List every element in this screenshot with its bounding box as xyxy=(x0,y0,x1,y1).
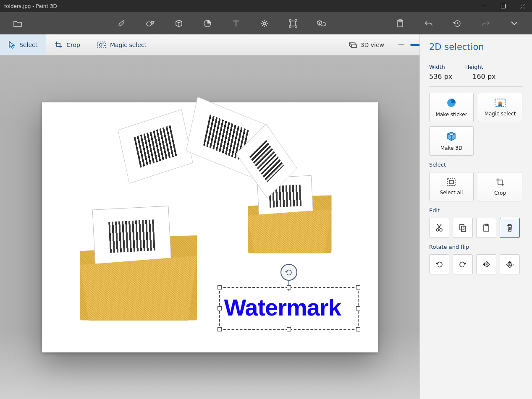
flip-horizontal-button[interactable] xyxy=(476,254,496,274)
rotate-handle[interactable] xyxy=(280,264,297,281)
svg-rect-10 xyxy=(98,42,105,48)
select-all-label: Select all xyxy=(440,190,463,196)
make-3d-label: Make 3D xyxy=(440,145,462,151)
svg-point-24 xyxy=(436,229,439,231)
expand-menu-icon[interactable] xyxy=(500,12,529,34)
crop-tool-label: Crop xyxy=(66,42,80,48)
rotate-ccw-button[interactable] xyxy=(429,254,449,274)
minimize-button[interactable] xyxy=(474,0,493,12)
maximize-button[interactable] xyxy=(493,0,513,12)
svg-point-20 xyxy=(498,102,502,105)
svg-point-11 xyxy=(100,44,102,46)
stickers-icon[interactable] xyxy=(193,12,222,34)
magic-select-button[interactable]: Magic select xyxy=(478,93,522,122)
view-3d-toggle[interactable]: 3D view xyxy=(342,34,391,55)
crop-icon xyxy=(496,178,504,188)
select-all-button[interactable]: Select all xyxy=(429,172,474,201)
zoom-out-button[interactable] xyxy=(394,38,409,52)
magic-select-label: Magic select xyxy=(485,111,516,117)
height-label: Height xyxy=(465,64,483,70)
canvas[interactable]: Watermark xyxy=(42,102,378,352)
history-icon[interactable] xyxy=(443,12,472,34)
text-icon[interactable] xyxy=(222,12,250,34)
width-label: Width xyxy=(429,64,445,70)
rotate-cw-button[interactable] xyxy=(453,254,473,274)
undo-icon[interactable] xyxy=(414,12,443,34)
rotate-flip-label: Rotate and flip xyxy=(429,244,523,250)
magic-select-tool-label: Magic select xyxy=(110,42,147,48)
shapes-3d-icon[interactable] xyxy=(165,12,193,34)
panel-title: 2D selection xyxy=(429,42,523,52)
canvas-illustration-folder xyxy=(248,190,332,253)
height-value: 160 px xyxy=(472,73,495,81)
library-3d-icon[interactable] xyxy=(307,12,336,34)
cube-3d-icon xyxy=(446,131,456,143)
redo-icon[interactable] xyxy=(472,12,500,34)
svg-rect-7 xyxy=(291,21,296,26)
panel-crop-button[interactable]: Crop xyxy=(478,172,522,201)
select-tool[interactable]: Select xyxy=(0,34,46,55)
magic-select-icon xyxy=(495,99,506,108)
select-section-label: Select xyxy=(429,162,523,168)
select-tool-label: Select xyxy=(19,42,37,48)
window-title: folders.jpg - Paint 3D xyxy=(0,3,474,9)
title-bar: folders.jpg - Paint 3D xyxy=(0,0,532,12)
workspace[interactable]: Watermark xyxy=(0,55,419,399)
selection-text: Watermark xyxy=(224,294,341,321)
svg-point-6 xyxy=(263,22,266,25)
side-panel: 2D selection Width Height 536 px 160 px … xyxy=(419,34,532,399)
flip-vertical-button[interactable] xyxy=(500,254,520,274)
svg-rect-21 xyxy=(498,104,502,106)
edit-section-label: Edit xyxy=(429,207,523,214)
magic-select-tool[interactable]: Magic select xyxy=(89,34,155,55)
panel-crop-label: Crop xyxy=(494,190,506,196)
view-3d-label: 3D view xyxy=(361,42,384,48)
close-button[interactable] xyxy=(513,0,532,12)
make-3d-button[interactable]: Make 3D xyxy=(429,126,474,156)
svg-rect-26 xyxy=(460,224,464,230)
make-sticker-button[interactable]: Make sticker xyxy=(429,93,474,122)
shapes-2d-icon[interactable] xyxy=(136,12,165,34)
menu-file-icon[interactable] xyxy=(3,12,32,34)
svg-point-4 xyxy=(147,22,152,26)
crop-tool[interactable]: Crop xyxy=(46,34,89,55)
svg-rect-27 xyxy=(461,226,466,232)
canvas-illustration-paper xyxy=(118,109,193,183)
svg-point-25 xyxy=(440,229,442,231)
canvas-icon[interactable] xyxy=(279,12,307,34)
copy-button[interactable] xyxy=(453,218,473,238)
svg-rect-1 xyxy=(501,4,505,8)
paste-button[interactable] xyxy=(476,218,496,238)
brushes-icon[interactable] xyxy=(107,12,136,34)
svg-rect-23 xyxy=(449,180,453,184)
delete-button[interactable] xyxy=(500,218,520,238)
cut-button[interactable] xyxy=(429,218,449,238)
effects-icon[interactable] xyxy=(250,12,279,34)
sticker-icon xyxy=(446,98,456,109)
svg-rect-22 xyxy=(448,179,455,185)
ribbon xyxy=(0,12,532,34)
make-sticker-label: Make sticker xyxy=(435,112,467,117)
selection-box[interactable]: Watermark xyxy=(219,287,359,330)
paste-icon[interactable] xyxy=(386,12,414,34)
width-value: 536 px xyxy=(429,73,452,81)
canvas-illustration-folder xyxy=(80,228,197,321)
select-all-icon xyxy=(447,178,456,187)
